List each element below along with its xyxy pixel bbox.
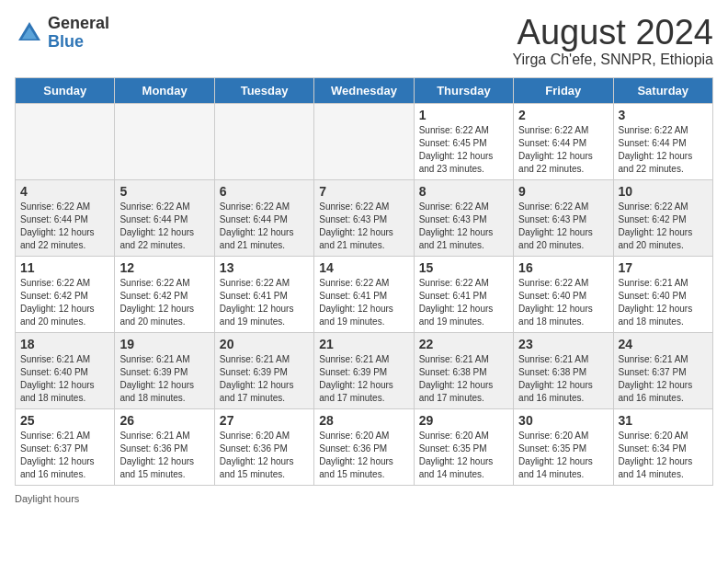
calendar-cell: 25Sunrise: 6:21 AM Sunset: 6:37 PM Dayli… [16, 409, 115, 486]
calendar-cell [214, 104, 313, 180]
day-detail: Sunrise: 6:22 AM Sunset: 6:43 PM Dayligh… [518, 201, 608, 252]
day-detail: Sunrise: 6:22 AM Sunset: 6:44 PM Dayligh… [518, 124, 608, 176]
month-title: August 2024 [512, 15, 713, 50]
calendar-table: SundayMondayTuesdayWednesdayThursdayFrid… [15, 77, 713, 486]
calendar-cell: 10Sunrise: 6:22 AM Sunset: 6:42 PM Dayli… [613, 180, 712, 257]
day-number: 17 [619, 260, 708, 275]
calendar-cell: 5Sunrise: 6:22 AM Sunset: 6:44 PM Daylig… [115, 180, 214, 257]
calendar-week-4: 18Sunrise: 6:21 AM Sunset: 6:40 PM Dayli… [16, 333, 713, 409]
calendar-cell: 24Sunrise: 6:21 AM Sunset: 6:37 PM Dayli… [613, 333, 712, 409]
day-number: 1 [419, 108, 508, 122]
day-detail: Sunrise: 6:22 AM Sunset: 6:44 PM Dayligh… [619, 124, 708, 176]
day-detail: Sunrise: 6:21 AM Sunset: 6:40 PM Dayligh… [20, 353, 109, 405]
day-number: 20 [220, 337, 309, 351]
calendar-cell: 11Sunrise: 6:22 AM Sunset: 6:42 PM Dayli… [16, 257, 115, 333]
calendar-cell: 4Sunrise: 6:22 AM Sunset: 6:44 PM Daylig… [16, 180, 115, 257]
day-detail: Sunrise: 6:20 AM Sunset: 6:36 PM Dayligh… [319, 430, 408, 481]
day-number: 11 [20, 260, 109, 275]
calendar-week-3: 11Sunrise: 6:22 AM Sunset: 6:42 PM Dayli… [16, 257, 713, 333]
day-number: 13 [220, 260, 309, 275]
location-title: Yirga Ch'efe, SNNPR, Ethiopia [512, 52, 713, 68]
calendar-cell: 8Sunrise: 6:22 AM Sunset: 6:43 PM Daylig… [414, 180, 513, 257]
day-number: 22 [419, 337, 508, 351]
calendar-cell: 27Sunrise: 6:20 AM Sunset: 6:36 PM Dayli… [214, 409, 313, 486]
footer: Daylight hours [15, 493, 713, 504]
calendar-cell: 3Sunrise: 6:22 AM Sunset: 6:44 PM Daylig… [613, 104, 712, 180]
calendar-cell: 21Sunrise: 6:21 AM Sunset: 6:39 PM Dayli… [314, 333, 414, 409]
day-detail: Sunrise: 6:22 AM Sunset: 6:44 PM Dayligh… [119, 201, 209, 252]
day-header-wednesday: Wednesday [314, 78, 414, 104]
day-number: 31 [619, 413, 708, 428]
day-header-sunday: Sunday [16, 78, 115, 104]
day-detail: Sunrise: 6:22 AM Sunset: 6:42 PM Dayligh… [619, 201, 708, 252]
calendar-cell: 12Sunrise: 6:22 AM Sunset: 6:42 PM Dayli… [115, 257, 214, 333]
calendar-cell: 20Sunrise: 6:21 AM Sunset: 6:39 PM Dayli… [214, 333, 313, 409]
header-row: SundayMondayTuesdayWednesdayThursdayFrid… [16, 78, 713, 104]
day-detail: Sunrise: 6:22 AM Sunset: 6:41 PM Dayligh… [319, 277, 408, 328]
day-number: 23 [518, 337, 608, 351]
day-detail: Sunrise: 6:22 AM Sunset: 6:40 PM Dayligh… [518, 277, 608, 328]
day-detail: Sunrise: 6:22 AM Sunset: 6:43 PM Dayligh… [319, 201, 408, 252]
calendar-cell: 9Sunrise: 6:22 AM Sunset: 6:43 PM Daylig… [514, 180, 613, 257]
day-number: 18 [20, 337, 109, 351]
day-number: 10 [619, 184, 708, 199]
calendar-cell: 28Sunrise: 6:20 AM Sunset: 6:36 PM Dayli… [314, 409, 414, 486]
day-detail: Sunrise: 6:21 AM Sunset: 6:36 PM Dayligh… [119, 430, 209, 481]
calendar-week-1: 1Sunrise: 6:22 AM Sunset: 6:45 PM Daylig… [16, 104, 713, 180]
day-number: 29 [419, 413, 508, 428]
day-number: 25 [20, 413, 109, 428]
day-header-monday: Monday [115, 78, 214, 104]
calendar-cell: 16Sunrise: 6:22 AM Sunset: 6:40 PM Dayli… [514, 257, 613, 333]
day-header-tuesday: Tuesday [214, 78, 313, 104]
day-number: 24 [619, 337, 708, 351]
day-number: 28 [319, 413, 408, 428]
logo-icon [15, 18, 44, 48]
day-detail: Sunrise: 6:21 AM Sunset: 6:40 PM Dayligh… [619, 277, 708, 328]
footer-daylight-label: Daylight hours [15, 493, 79, 504]
day-detail: Sunrise: 6:22 AM Sunset: 6:44 PM Dayligh… [20, 201, 109, 252]
calendar-cell: 13Sunrise: 6:22 AM Sunset: 6:41 PM Dayli… [214, 257, 313, 333]
day-number: 16 [518, 260, 608, 275]
day-detail: Sunrise: 6:21 AM Sunset: 6:39 PM Dayligh… [119, 353, 209, 405]
day-number: 6 [220, 184, 309, 199]
day-detail: Sunrise: 6:20 AM Sunset: 6:34 PM Dayligh… [619, 430, 708, 481]
day-number: 3 [619, 108, 708, 122]
day-detail: Sunrise: 6:21 AM Sunset: 6:37 PM Dayligh… [20, 430, 109, 481]
day-number: 12 [119, 260, 209, 275]
calendar-cell: 18Sunrise: 6:21 AM Sunset: 6:40 PM Dayli… [16, 333, 115, 409]
day-number: 14 [319, 260, 408, 275]
calendar-cell: 17Sunrise: 6:21 AM Sunset: 6:40 PM Dayli… [613, 257, 712, 333]
calendar-cell: 7Sunrise: 6:22 AM Sunset: 6:43 PM Daylig… [314, 180, 414, 257]
calendar-cell: 29Sunrise: 6:20 AM Sunset: 6:35 PM Dayli… [414, 409, 513, 486]
calendar-cell: 19Sunrise: 6:21 AM Sunset: 6:39 PM Dayli… [115, 333, 214, 409]
calendar-cell: 26Sunrise: 6:21 AM Sunset: 6:36 PM Dayli… [115, 409, 214, 486]
day-number: 27 [220, 413, 309, 428]
calendar-cell: 22Sunrise: 6:21 AM Sunset: 6:38 PM Dayli… [414, 333, 513, 409]
day-detail: Sunrise: 6:21 AM Sunset: 6:38 PM Dayligh… [518, 353, 608, 405]
day-header-friday: Friday [514, 78, 613, 104]
calendar-cell [16, 104, 115, 180]
day-number: 2 [518, 108, 608, 122]
day-number: 8 [419, 184, 508, 199]
day-header-thursday: Thursday [414, 78, 513, 104]
logo-blue-text: Blue [48, 33, 109, 52]
day-number: 4 [20, 184, 109, 199]
page-header: General Blue August 2024 Yirga Ch'efe, S… [15, 15, 713, 68]
day-number: 5 [119, 184, 209, 199]
calendar-cell: 15Sunrise: 6:22 AM Sunset: 6:41 PM Dayli… [414, 257, 513, 333]
calendar-cell: 2Sunrise: 6:22 AM Sunset: 6:44 PM Daylig… [514, 104, 613, 180]
day-header-saturday: Saturday [613, 78, 712, 104]
logo: General Blue [15, 15, 109, 52]
day-number: 26 [119, 413, 209, 428]
day-detail: Sunrise: 6:20 AM Sunset: 6:36 PM Dayligh… [220, 430, 309, 481]
day-detail: Sunrise: 6:22 AM Sunset: 6:43 PM Dayligh… [419, 201, 508, 252]
calendar-cell: 14Sunrise: 6:22 AM Sunset: 6:41 PM Dayli… [314, 257, 414, 333]
logo-general-text: General [48, 15, 109, 33]
day-detail: Sunrise: 6:22 AM Sunset: 6:41 PM Dayligh… [419, 277, 508, 328]
day-number: 19 [119, 337, 209, 351]
day-detail: Sunrise: 6:22 AM Sunset: 6:42 PM Dayligh… [20, 277, 109, 328]
day-detail: Sunrise: 6:21 AM Sunset: 6:39 PM Dayligh… [319, 353, 408, 405]
title-section: August 2024 Yirga Ch'efe, SNNPR, Ethiopi… [512, 15, 713, 68]
calendar-week-5: 25Sunrise: 6:21 AM Sunset: 6:37 PM Dayli… [16, 409, 713, 486]
day-detail: Sunrise: 6:20 AM Sunset: 6:35 PM Dayligh… [518, 430, 608, 481]
